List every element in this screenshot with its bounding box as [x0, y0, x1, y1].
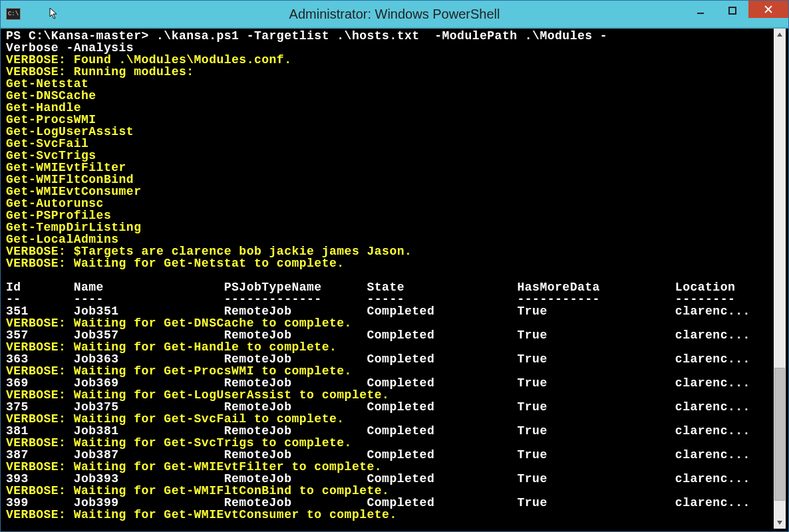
vertical-scrollbar[interactable] [774, 29, 786, 529]
terminal-line: 363 Job363 RemoteJob Completed True clar… [6, 353, 774, 365]
terminal-line: Get-Autorunsc [6, 198, 774, 209]
terminal-line: Get-Netstat [6, 78, 774, 90]
powershell-window: C:\ Administrator: Windows PowerShell PS… [0, 0, 789, 532]
terminal-line: VERBOSE: Waiting for Get-SvcFail to comp… [6, 413, 774, 425]
terminal-line: Get-ProcsWMI [6, 114, 774, 126]
svg-marker-5 [777, 521, 782, 525]
terminal-line: Verbose -Analysis [6, 42, 774, 54]
terminal-line: Get-WMIEvtFilter [6, 162, 774, 174]
close-button[interactable] [748, 1, 788, 18]
terminal-line: Get-WMIEvtConsumer [6, 186, 774, 198]
terminal-output[interactable]: PS C:\Kansa-master> .\kansa.ps1 -Targetl… [3, 29, 774, 529]
svg-rect-1 [729, 7, 736, 14]
terminal-line: VERBOSE: Waiting for Get-Netstat to comp… [6, 257, 774, 269]
terminal-line: Get-DNSCache [6, 90, 774, 102]
terminal-line: Id Name PSJobTypeName State HasMoreData … [6, 281, 774, 293]
terminal-line [6, 269, 774, 281]
maximize-button[interactable] [716, 1, 748, 21]
terminal-line: VERBOSE: Waiting for Get-WMIEvtFilter to… [6, 461, 774, 473]
terminal-line: 399 Job399 RemoteJob Completed True clar… [6, 497, 774, 509]
terminal-line: Get-Handle [6, 102, 774, 114]
terminal-line: Get-SvcTrigs [6, 150, 774, 162]
terminal-line: Get-TempDirListing [6, 221, 774, 233]
titlebar[interactable]: C:\ Administrator: Windows PowerShell [1, 1, 788, 29]
terminal-line: Get-SvcFail [6, 138, 774, 150]
terminal-line: Get-LocalAdmins [6, 233, 774, 245]
terminal-line: VERBOSE: Waiting for Get-SvcTrigs to com… [6, 437, 774, 449]
terminal-line: 375 Job375 RemoteJob Completed True clar… [6, 401, 774, 413]
window-title: Administrator: Windows PowerShell [1, 7, 788, 22]
terminal-line: 381 Job381 RemoteJob Completed True clar… [6, 425, 774, 437]
window-buttons [685, 1, 788, 21]
system-menu-icon[interactable]: C:\ [6, 8, 21, 20]
terminal-line: Get-LogUserAssist [6, 126, 774, 138]
terminal-line: VERBOSE: Found .\Modules\Modules.conf. [6, 54, 774, 66]
terminal-line: VERBOSE: Waiting for Get-LogUserAssist t… [6, 389, 774, 401]
scroll-down-button[interactable] [774, 517, 786, 529]
svg-marker-4 [777, 33, 782, 37]
terminal-line: VERBOSE: Waiting for Get-WMIEvtConsumer … [6, 509, 774, 521]
scrollbar-thumb[interactable] [774, 368, 785, 501]
terminal-line: VERBOSE: Waiting for Get-Handle to compl… [6, 341, 774, 353]
terminal-line: Get-PSProfiles [6, 209, 774, 221]
terminal-line: 357 Job357 RemoteJob Completed True clar… [6, 329, 774, 341]
terminal-line: VERBOSE: Waiting for Get-WMIFltConBind t… [6, 485, 774, 497]
terminal-line: VERBOSE: Running modules: [6, 66, 774, 78]
terminal-line: 387 Job387 RemoteJob Completed True clar… [6, 449, 774, 461]
terminal-line: 369 Job369 RemoteJob Completed True clar… [6, 377, 774, 389]
terminal-line: 393 Job393 RemoteJob Completed True clar… [6, 473, 774, 485]
scroll-up-button[interactable] [774, 29, 786, 41]
terminal-line: VERBOSE: $Targets are clarence bob jacki… [6, 245, 774, 257]
terminal-line: VERBOSE: Waiting for Get-ProcsWMI to com… [6, 365, 774, 377]
terminal-line: Get-WMIFltConBind [6, 174, 774, 186]
client-area: PS C:\Kansa-master> .\kansa.ps1 -Targetl… [3, 29, 786, 529]
terminal-line: VERBOSE: Waiting for Get-DNSCache to com… [6, 317, 774, 329]
terminal-line: -- ---- ------------- ----- ----------- … [6, 293, 774, 305]
terminal-line: 351 Job351 RemoteJob Completed True clar… [6, 305, 774, 317]
minimize-button[interactable] [685, 1, 716, 21]
terminal-line: PS C:\Kansa-master> .\kansa.ps1 -Targetl… [6, 30, 774, 42]
